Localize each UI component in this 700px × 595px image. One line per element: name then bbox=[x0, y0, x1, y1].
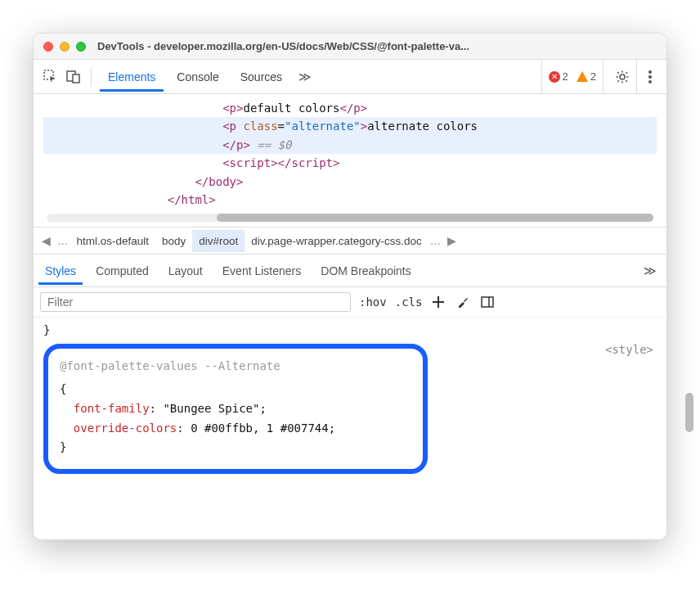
error-icon: ✕ bbox=[549, 71, 560, 83]
tab-layout[interactable]: Layout bbox=[162, 257, 209, 285]
styles-body[interactable]: } <style> @font-palette-values --Alterna… bbox=[34, 318, 666, 539]
minimize-icon[interactable] bbox=[60, 42, 70, 52]
traffic-lights bbox=[43, 42, 86, 52]
dom-line[interactable]: </html> bbox=[43, 191, 657, 209]
brush-icon[interactable] bbox=[455, 294, 471, 310]
svg-rect-2 bbox=[73, 74, 79, 83]
hov-toggle[interactable]: :hov bbox=[359, 295, 387, 309]
breadcrumb-item[interactable]: html.os-default bbox=[70, 230, 156, 252]
tab-console[interactable]: Console bbox=[168, 62, 227, 92]
more-style-tabs-icon[interactable]: ≫ bbox=[639, 264, 662, 278]
gear-icon bbox=[615, 70, 630, 84]
breadcrumb-item[interactable]: div.page-wrapper.category-css.doc bbox=[245, 230, 428, 252]
warning-badge[interactable]: 2 bbox=[577, 70, 596, 83]
warning-count: 2 bbox=[590, 70, 596, 83]
tab-elements[interactable]: Elements bbox=[100, 62, 164, 92]
close-icon[interactable] bbox=[43, 42, 53, 52]
dom-line[interactable]: <p>default colors</p> bbox=[43, 99, 657, 117]
devtools-window: DevTools - developer.mozilla.org/en-US/d… bbox=[33, 33, 667, 540]
error-count: 2 bbox=[563, 70, 568, 83]
css-declaration[interactable]: font-family: "Bungee Spice"; bbox=[60, 399, 411, 419]
breadcrumb-overflow-left[interactable]: … bbox=[56, 235, 70, 247]
dom-tree-panel[interactable]: <p>default colors</p> <p class="alternat… bbox=[34, 94, 666, 227]
styles-toolbar: :hov .cls bbox=[34, 287, 666, 318]
svg-point-3 bbox=[648, 70, 652, 74]
more-tabs-icon[interactable]: ≫ bbox=[295, 70, 315, 84]
rule-selector[interactable]: @font-palette-values --Alternate bbox=[60, 357, 411, 376]
breadcrumb-item[interactable]: div#root bbox=[192, 230, 245, 252]
horizontal-scrollbar[interactable] bbox=[47, 214, 653, 222]
rule-brace-close: } bbox=[60, 438, 411, 458]
titlebar: DevTools - developer.mozilla.org/en-US/d… bbox=[34, 34, 666, 60]
maximize-icon[interactable] bbox=[76, 42, 86, 52]
highlighted-rule: @font-palette-values --Alternate { font-… bbox=[43, 344, 428, 474]
error-badge[interactable]: ✕ 2 bbox=[549, 70, 568, 83]
styles-sub-tabs: Styles Computed Layout Event Listeners D… bbox=[34, 255, 666, 287]
toggle-pane-icon[interactable] bbox=[479, 294, 496, 310]
dom-line[interactable]: <p class="alternate">alternate colors bbox=[43, 117, 657, 135]
more-menu-button[interactable] bbox=[642, 60, 658, 93]
vertical-scrollbar[interactable] bbox=[685, 393, 693, 432]
tab-computed[interactable]: Computed bbox=[89, 257, 155, 285]
rule-brace-open: { bbox=[60, 380, 411, 399]
breadcrumb-bar: ◀ … html.os-defaultbodydiv#rootdiv.page-… bbox=[34, 227, 666, 255]
dom-line[interactable]: </body> bbox=[43, 173, 657, 191]
tab-sources[interactable]: Sources bbox=[232, 62, 290, 92]
main-toolbar: Elements Console Sources ≫ ✕ 2 2 bbox=[34, 60, 666, 94]
kebab-icon bbox=[648, 70, 652, 83]
svg-point-5 bbox=[648, 80, 652, 83]
svg-point-4 bbox=[648, 75, 652, 79]
tab-event-listeners[interactable]: Event Listeners bbox=[216, 257, 308, 285]
rule-brace-close-prev: } bbox=[43, 321, 657, 340]
new-rule-icon[interactable] bbox=[430, 294, 446, 310]
styles-filter-input[interactable] bbox=[40, 292, 351, 312]
css-declaration[interactable]: override-colors: 0 #00ffbb, 1 #007744; bbox=[60, 419, 411, 439]
tab-styles[interactable]: Styles bbox=[38, 257, 83, 285]
breadcrumb-prev-icon[interactable]: ◀ bbox=[37, 234, 56, 247]
window-title: DevTools - developer.mozilla.org/en-US/d… bbox=[97, 40, 469, 52]
breadcrumb-next-icon[interactable]: ▶ bbox=[442, 234, 461, 247]
style-source-link[interactable]: <style> bbox=[605, 340, 653, 360]
dom-line[interactable]: <script></script> bbox=[43, 154, 657, 172]
dom-line[interactable]: </p> == $0 bbox=[43, 136, 657, 154]
breadcrumb-item[interactable]: body bbox=[155, 230, 192, 252]
svg-rect-6 bbox=[482, 297, 493, 307]
select-element-icon[interactable] bbox=[42, 68, 60, 86]
tab-dom-breakpoints[interactable]: DOM Breakpoints bbox=[314, 257, 417, 285]
cls-toggle[interactable]: .cls bbox=[395, 295, 423, 309]
settings-button[interactable] bbox=[608, 60, 637, 93]
warning-icon bbox=[577, 71, 588, 82]
issue-badges[interactable]: ✕ 2 2 bbox=[541, 60, 604, 93]
device-toggle-icon[interactable] bbox=[65, 68, 83, 86]
breadcrumb-overflow-right[interactable]: … bbox=[429, 235, 443, 247]
